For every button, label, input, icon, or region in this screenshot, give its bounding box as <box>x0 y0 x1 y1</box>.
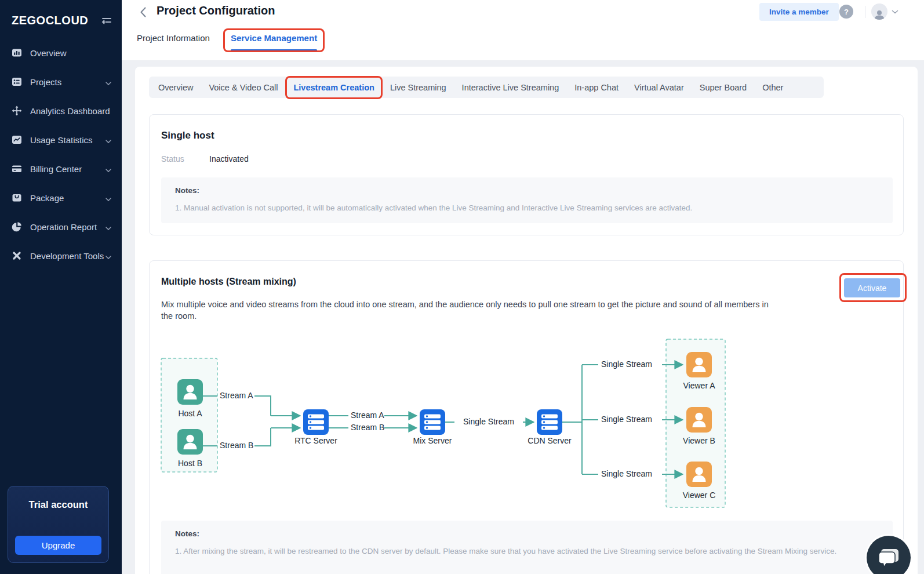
upgrade-button[interactable]: Upgrade <box>15 536 101 555</box>
bar-chart-icon <box>12 48 22 58</box>
trial-account-title: Trial account <box>8 499 108 510</box>
viewer-a-label: Viewer A <box>683 381 716 390</box>
tab-label: Project Information <box>137 33 210 43</box>
subtab-livestream-creation[interactable]: Livestream Creation <box>293 83 374 92</box>
tools-icon <box>12 250 22 261</box>
multiple-hosts-card: Multiple hosts (Stream mixing) Activate … <box>149 260 904 574</box>
line-chart-icon <box>12 135 22 145</box>
viewer-b-icon <box>686 407 712 433</box>
host-b-icon <box>177 429 203 455</box>
status-value: Inactivated <box>209 154 249 164</box>
tab-service-management[interactable]: Service Management <box>231 33 317 51</box>
status-label: Status <box>161 154 184 164</box>
sidebar-item-analytics-dashboard[interactable]: Analytics Dashboard <box>0 104 122 118</box>
viewer-c-label: Viewer C <box>683 491 716 500</box>
single-host-title: Single host <box>161 130 214 141</box>
status-row: Status Inactivated <box>161 154 184 164</box>
chevron-down-icon <box>106 164 111 174</box>
notes-text: 1. After mixing the stream, it will be r… <box>175 546 879 557</box>
sidebar-item-development-tools[interactable]: Development Tools <box>0 249 122 263</box>
stream-b-label: Stream B <box>220 441 253 450</box>
notes-title: Notes: <box>175 186 879 195</box>
subtab-interactive-live-streaming[interactable]: Interactive Live Streaming <box>462 83 559 92</box>
trial-account-card: Trial account Upgrade <box>8 486 109 563</box>
stream-b-label: Stream B <box>351 423 384 432</box>
chat-bubble-icon <box>877 547 900 569</box>
chevron-down-icon <box>106 193 111 203</box>
help-icon[interactable]: ? <box>839 5 853 19</box>
service-subtabs: Overview Voice & Video Call Livestream C… <box>149 77 824 98</box>
credit-card-icon <box>12 164 22 174</box>
stream-a-label: Stream A <box>351 410 384 420</box>
host-a-label: Host A <box>178 409 202 418</box>
collapse-sidebar-icon[interactable] <box>101 16 112 26</box>
single-host-notes: Notes: 1. Manual activation is not suppo… <box>161 177 893 223</box>
single-stream-label: Single Stream <box>601 359 652 369</box>
single-stream-label: Single Stream <box>463 417 514 426</box>
stream-mixing-diagram: Host A Host B Stream A Stream B RTC Serv… <box>157 331 738 508</box>
header-divider <box>865 6 865 18</box>
single-stream-label: Single Stream <box>601 415 652 424</box>
avatar <box>871 3 887 20</box>
active-tab-underline <box>231 49 317 51</box>
sidebar-item-package[interactable]: Package <box>0 191 122 205</box>
host-a-icon <box>177 379 203 405</box>
back-button[interactable] <box>137 6 150 19</box>
sidebar-item-label: Development Tools <box>30 251 104 261</box>
chevron-down-icon <box>892 10 898 14</box>
viewer-b-label: Viewer B <box>683 436 715 445</box>
subtab-overview[interactable]: Overview <box>158 83 193 92</box>
subtab-label: Livestream Creation <box>293 83 374 92</box>
viewer-c-icon <box>686 462 712 487</box>
sidebar-item-operation-report[interactable]: Operation Report <box>0 220 122 234</box>
project-tabs: Project Information Service Management <box>137 33 317 51</box>
mix-server-label: Mix Server <box>413 436 452 445</box>
multiple-hosts-title: Multiple hosts (Stream mixing) <box>161 277 296 287</box>
mix-server-icon <box>420 409 445 435</box>
sidebar-item-label: Operation Report <box>30 222 97 232</box>
rtc-server-icon <box>303 409 329 435</box>
subtab-voice-video-call[interactable]: Voice & Video Call <box>209 83 278 92</box>
notes-text: 1. Manual activation is not supported, i… <box>175 202 879 214</box>
package-bag-icon <box>12 192 22 203</box>
top-header: Project Configuration Invite a member ? … <box>122 0 924 61</box>
sidebar-item-label: Package <box>30 193 64 203</box>
chevron-down-icon <box>106 135 111 145</box>
stream-a-label: Stream A <box>220 391 253 400</box>
sidebar-item-label: Usage Statistics <box>30 135 93 145</box>
subtab-super-board[interactable]: Super Board <box>700 83 747 92</box>
sidebar-item-label: Overview <box>30 48 67 58</box>
sidebar-item-label: Analytics Dashboard <box>30 106 110 116</box>
notes-title: Notes: <box>175 529 879 538</box>
sidebar-item-label: Projects <box>30 77 61 87</box>
activate-button[interactable]: Activate <box>844 278 900 297</box>
tab-project-information[interactable]: Project Information <box>137 33 210 51</box>
single-host-card: Single host Status Inactivated Notes: 1.… <box>149 114 904 235</box>
chevron-down-icon <box>106 77 111 87</box>
sidebar-item-projects[interactable]: Projects <box>0 75 122 89</box>
invite-member-button[interactable]: Invite a member <box>759 3 839 21</box>
sidebar-item-billing-center[interactable]: Billing Center <box>0 162 122 176</box>
pie-chart-icon <box>12 221 22 232</box>
main-panel: Overview Voice & Video Call Livestream C… <box>135 67 918 574</box>
stream-mixing-description: Mix multiple voice and video streams fro… <box>161 299 781 322</box>
subtab-other[interactable]: Other <box>762 83 783 92</box>
cdn-server-icon <box>537 409 562 435</box>
zegocloud-logo: ZEGOCLOUD <box>12 14 88 27</box>
sidebar-item-overview[interactable]: Overview <box>0 46 122 60</box>
single-stream-label: Single Stream <box>601 469 652 478</box>
subtab-in-app-chat[interactable]: In-app Chat <box>574 83 619 92</box>
support-chat-button[interactable] <box>867 536 911 574</box>
host-b-label: Host B <box>178 459 202 468</box>
sidebar: ZEGOCLOUD Overview Projects <box>0 0 122 574</box>
viewer-a-icon <box>686 352 712 377</box>
move-arrows-icon <box>12 106 22 116</box>
sidebar-item-usage-statistics[interactable]: Usage Statistics <box>0 133 122 147</box>
tab-label: Service Management <box>231 33 317 43</box>
subtab-live-streaming[interactable]: Live Streaming <box>390 83 446 92</box>
cdn-server-label: CDN Server <box>528 436 572 445</box>
multiple-hosts-notes: Notes: 1. After mixing the stream, it wi… <box>161 521 893 574</box>
account-menu[interactable] <box>871 3 898 20</box>
subtab-virtual-avatar[interactable]: Virtual Avatar <box>634 83 684 92</box>
page-title: Project Configuration <box>157 4 275 17</box>
